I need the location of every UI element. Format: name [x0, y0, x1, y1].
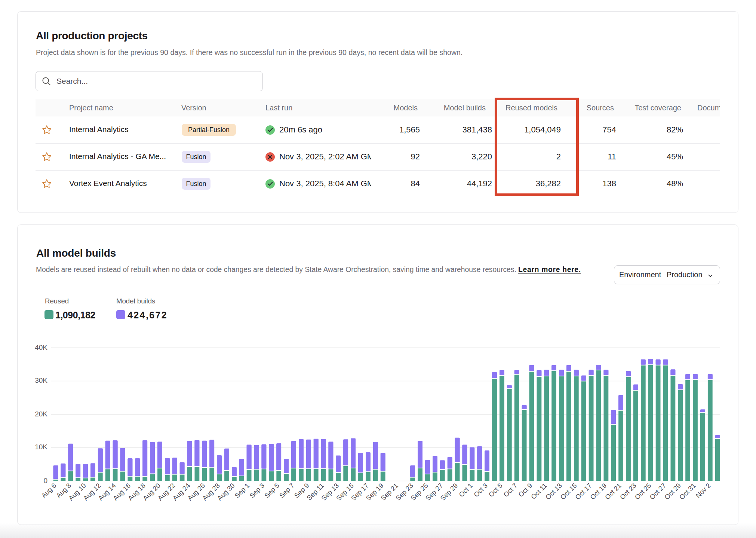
- svg-text:Oct 31: Oct 31: [678, 482, 697, 501]
- svg-text:Oct 13: Oct 13: [544, 482, 563, 501]
- svg-text:Oct 17: Oct 17: [574, 482, 593, 501]
- svg-text:Oct 7: Oct 7: [502, 482, 519, 499]
- svg-text:Sep 7: Sep 7: [278, 482, 295, 499]
- svg-text:Sep 5: Sep 5: [263, 482, 281, 499]
- svg-text:Aug 6: Aug 6: [40, 482, 58, 499]
- svg-text:Nov 2: Nov 2: [694, 482, 712, 499]
- svg-text:Sep 1: Sep 1: [233, 482, 251, 499]
- svg-text:Oct 5: Oct 5: [487, 482, 504, 499]
- svg-text:Oct 27: Oct 27: [648, 482, 668, 501]
- svg-text:Oct 23: Oct 23: [618, 482, 638, 501]
- svg-text:Sep 3: Sep 3: [248, 482, 266, 499]
- svg-text:Oct 19: Oct 19: [589, 482, 608, 501]
- svg-text:Oct 29: Oct 29: [663, 482, 682, 501]
- svg-text:Oct 15: Oct 15: [559, 482, 578, 501]
- svg-text:Oct 1: Oct 1: [458, 482, 474, 499]
- svg-text:Oct 25: Oct 25: [633, 482, 653, 501]
- svg-text:Oct 3: Oct 3: [472, 482, 489, 499]
- svg-text:Oct 21: Oct 21: [603, 482, 623, 501]
